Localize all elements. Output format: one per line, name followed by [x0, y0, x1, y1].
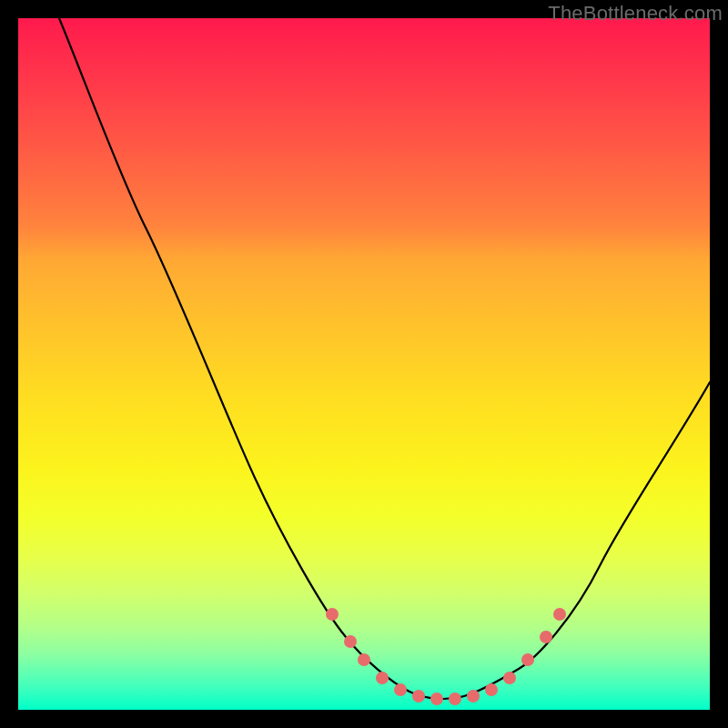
dot [553, 608, 566, 621]
plot-area [18, 18, 710, 710]
dot [326, 608, 339, 621]
dot [394, 683, 407, 696]
dot [540, 631, 552, 643]
chart-svg [18, 18, 710, 710]
curve-layer [59, 18, 710, 699]
dot [376, 672, 389, 684]
dot [449, 693, 461, 705]
dot [344, 635, 357, 648]
dot [521, 653, 534, 666]
dot [467, 690, 480, 703]
bottleneck-curve [59, 18, 710, 699]
chart-frame [18, 18, 710, 710]
dot [485, 683, 498, 696]
watermark-text: TheBottleneck.com [548, 2, 723, 25]
dot [358, 653, 370, 666]
dot [412, 690, 425, 703]
dot [503, 672, 516, 684]
highlight-dots [326, 608, 566, 705]
dot [430, 693, 443, 705]
